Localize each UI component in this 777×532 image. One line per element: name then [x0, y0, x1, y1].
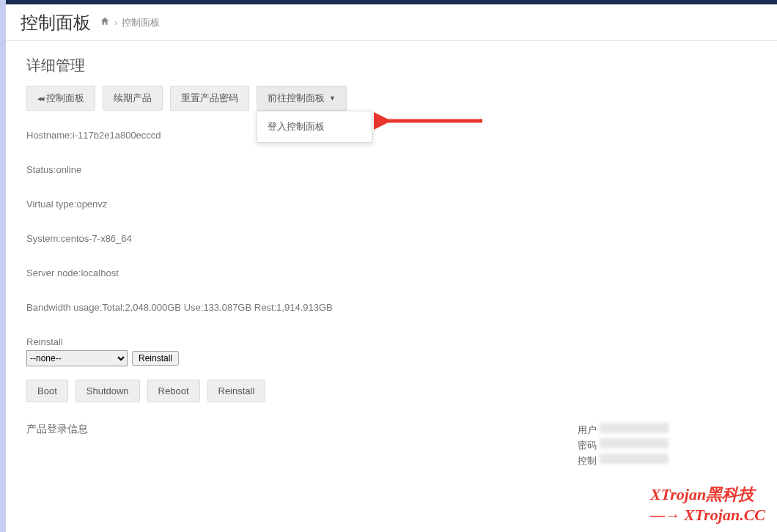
boot-button[interactable]: Boot [26, 380, 68, 402]
reinstall-submit-button[interactable]: Reinstall [132, 351, 179, 366]
page-title: 控制面板 [21, 11, 91, 34]
action-row: Boot Shutdown Reboot Reinstall [26, 380, 756, 402]
left-stripe [0, 0, 6, 532]
status-line: Status:online [26, 164, 756, 175]
arrow-right-icon: —→ [650, 507, 680, 523]
section-title: 详细管理 [26, 56, 756, 75]
header-bar: 控制面板 › 控制面板 [6, 4, 777, 41]
virtual-type-line: Virtual type:openvz [26, 199, 756, 210]
reboot-button[interactable]: Reboot [147, 380, 200, 402]
breadcrumb-current: 控制面板 [122, 16, 160, 29]
dropdown-login-item[interactable]: 登入控制面板 [257, 114, 372, 139]
watermark-line1: XTrojan黑科技 [650, 484, 765, 505]
pass-value-blurred [600, 438, 669, 448]
watermark: XTrojan黑科技 —→XTrojan.CC [650, 484, 765, 525]
home-icon[interactable] [100, 16, 110, 29]
user-label: 用户 [578, 423, 597, 438]
back-button-label: 控制面板 [46, 92, 84, 105]
goto-panel-dropdown: 前往控制面板 ▼ 登入控制面板 [257, 86, 347, 111]
hostname-line: Hostname:i-117b2e1a800ecccd [26, 130, 756, 141]
ctrl-value-blurred [600, 454, 669, 464]
ctrl-label: 控制 [578, 454, 597, 469]
breadcrumb: › 控制面板 [100, 16, 160, 29]
reset-password-button[interactable]: 重置产品密码 [170, 86, 249, 111]
user-value-blurred [600, 423, 669, 433]
main-content: 详细管理 ◂◂ 控制面板 续期产品 重置产品密码 前往控制面板 ▼ 登入控制面板 [6, 41, 777, 483]
login-info-values: 用户 密码 控制 [578, 423, 669, 468]
reinstall-select[interactable]: --none-- [26, 350, 128, 366]
goto-panel-button[interactable]: 前往控制面板 ▼ [257, 86, 347, 111]
reinstall-action-button[interactable]: Reinstall [207, 380, 266, 402]
caret-down-icon: ▼ [329, 95, 336, 102]
pass-label: 密码 [578, 438, 597, 454]
bandwidth-line: Bandwidth usage:Total:2,048.000GB Use:13… [26, 302, 756, 313]
reinstall-label: Reinstall [26, 336, 756, 347]
login-info-row: 产品登录信息 用户 密码 控制 [26, 423, 756, 468]
login-info-title: 产品登录信息 [26, 423, 88, 436]
back-to-panel-button[interactable]: ◂◂ 控制面板 [26, 86, 95, 111]
watermark-line2: XTrojan.CC [684, 506, 765, 524]
double-chevron-left-icon: ◂◂ [37, 94, 43, 103]
toolbar: ◂◂ 控制面板 续期产品 重置产品密码 前往控制面板 ▼ 登入控制面板 [26, 86, 756, 111]
goto-panel-menu: 登入控制面板 [257, 111, 372, 143]
breadcrumb-separator: › [114, 17, 117, 28]
system-line: System:centos-7-x86_64 [26, 233, 756, 244]
server-node-line: Server node:localhost [26, 267, 756, 278]
reinstall-row: --none-- Reinstall [26, 350, 756, 366]
shutdown-button[interactable]: Shutdown [76, 380, 140, 402]
renew-product-button[interactable]: 续期产品 [103, 86, 163, 111]
